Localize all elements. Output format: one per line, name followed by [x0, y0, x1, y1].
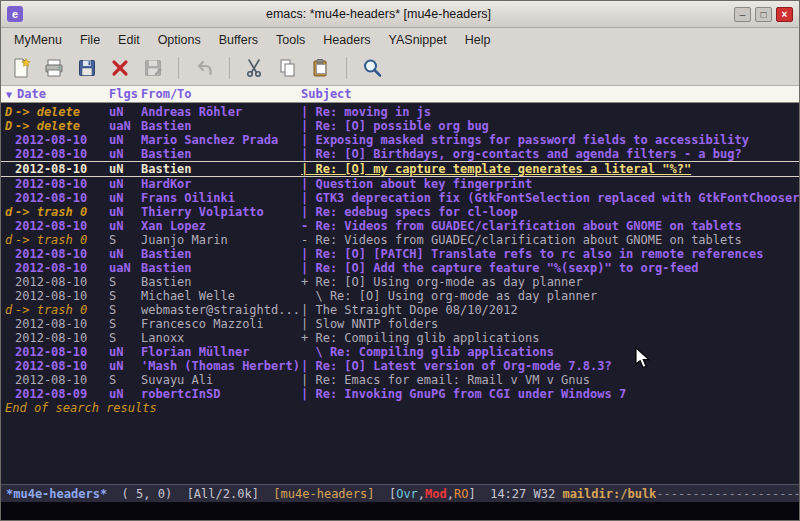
- email-row[interactable]: d -> trash 0 S webmaster@straightd... | …: [1, 303, 799, 317]
- email-date: 2012-08-10: [15, 147, 109, 161]
- email-row[interactable]: d -> trash 0 S Juanjo Marin - Re: Videos…: [1, 233, 799, 247]
- email-mark: [5, 359, 15, 373]
- email-mark: [5, 133, 15, 147]
- maximize-button[interactable]: [755, 7, 772, 22]
- email-row[interactable]: D -> delete uN Andreas Röhler | Re: movi…: [1, 105, 799, 119]
- new-file-icon[interactable]: [7, 55, 35, 82]
- email-flags: uaN: [109, 261, 141, 275]
- email-mark: [5, 247, 15, 261]
- menu-headers[interactable]: Headers: [314, 31, 379, 49]
- email-from: Bastien: [141, 275, 301, 289]
- email-row[interactable]: 2012-08-09 uN robertcInSD | Re: Invoking…: [1, 387, 799, 401]
- email-flags: uN: [109, 219, 141, 233]
- modeline-plain: ,: [418, 487, 425, 501]
- email-flags: uN: [109, 147, 141, 161]
- email-date: 2012-08-10: [15, 359, 109, 373]
- modeline-dash: ----------------------------------------…: [656, 487, 799, 501]
- email-flags: uN: [109, 162, 141, 176]
- email-row[interactable]: 2012-08-10 uN Frans Oilinki | GTK3 depre…: [1, 191, 799, 205]
- email-mark: D: [5, 105, 15, 119]
- email-date: -> trash 0: [15, 233, 109, 247]
- email-mark: [5, 317, 15, 331]
- email-subject: | Re: moving in js: [301, 105, 799, 119]
- sort-descending-icon: ▼: [6, 89, 12, 100]
- header-line: ▼Date Flgs From/To Subject: [1, 86, 799, 103]
- modeline-mod: Mod: [425, 487, 447, 501]
- email-row[interactable]: 2012-08-10 S Francesco Mazzoli | Slow NN…: [1, 317, 799, 331]
- email-row[interactable]: 2012-08-10 uN Bastien | Re: [O] [PATCH] …: [1, 247, 799, 261]
- close-button[interactable]: [776, 7, 793, 22]
- column-header-from[interactable]: From/To: [141, 87, 192, 101]
- menu-mymenu[interactable]: MyMenu: [5, 31, 71, 49]
- email-subject: - Re: Videos from GUADEC/clarification a…: [301, 233, 799, 247]
- email-date: 2012-08-10: [15, 133, 109, 147]
- email-subject: | Re: edebug specs for cl-loop: [301, 205, 799, 219]
- save-icon[interactable]: [73, 55, 101, 82]
- email-row[interactable]: 2012-08-10 uaN Bastien | Re: [O] Add the…: [1, 261, 799, 275]
- email-flags: S: [109, 275, 141, 289]
- search-icon[interactable]: [358, 55, 386, 82]
- close-icon[interactable]: [106, 55, 134, 82]
- column-header-subject[interactable]: Subject: [301, 87, 352, 101]
- toolbar-separator: [346, 57, 347, 79]
- email-row[interactable]: d -> trash 0 uN Thierry Volpiatto | Re: …: [1, 205, 799, 219]
- email-row[interactable]: 2012-08-10 uN HardKor | Question about k…: [1, 177, 799, 191]
- email-date: -> trash 0: [15, 303, 109, 317]
- window-controls: [734, 7, 793, 22]
- email-flags: uN: [109, 191, 141, 205]
- email-flags: uN: [109, 177, 141, 191]
- email-row[interactable]: 2012-08-10 S Suvayu Ali | Re: Emacs for …: [1, 373, 799, 387]
- modeline-buf: *mu4e-headers*: [6, 487, 107, 501]
- email-row[interactable]: 2012-08-10 uN Bastien | Re: [O] Birthday…: [1, 147, 799, 161]
- email-subject: | Re: Emacs for email: Rmail v VM v Gnus: [301, 373, 799, 387]
- email-subject: | GTK3 deprecation fix (GtkFontSelection…: [301, 191, 799, 205]
- email-date: 2012-08-10: [15, 373, 109, 387]
- menu-yasnippet[interactable]: YASnippet: [380, 31, 456, 49]
- email-date: -> delete: [15, 119, 109, 133]
- paste-icon[interactable]: [307, 55, 335, 82]
- email-from: Bastien: [141, 147, 301, 161]
- menu-help[interactable]: Help: [456, 31, 500, 49]
- minimize-button[interactable]: [734, 7, 751, 22]
- menu-bar: MyMenuFileEditOptionsBuffersToolsHeaders…: [1, 28, 799, 51]
- echo-area[interactable]: [1, 502, 799, 520]
- print-icon[interactable]: [40, 55, 68, 82]
- column-header-date[interactable]: ▼Date: [6, 87, 46, 101]
- end-of-search-results: End of search results: [1, 401, 799, 415]
- email-subject: | Re: [O] possible org bug: [301, 119, 799, 133]
- undo-icon: [190, 55, 218, 82]
- email-row[interactable]: 2012-08-10 S Bastien + Re: [O] Using org…: [1, 275, 799, 289]
- menu-file[interactable]: File: [71, 31, 109, 49]
- email-row[interactable]: D -> delete uaN Bastien | Re: [O] possib…: [1, 119, 799, 133]
- email-row[interactable]: 2012-08-10 uN 'Mash (Thomas Herbert) | R…: [1, 359, 799, 373]
- toolbar-separator: [178, 57, 179, 79]
- emacs-window: e emacs: *mu4e-headers* [mu4e-headers] M…: [0, 0, 800, 521]
- email-from: Michael Welle: [141, 289, 301, 303]
- email-row[interactable]: 2012-08-10 uN Xan Lopez - Re: Videos fro…: [1, 219, 799, 233]
- email-mark: [5, 261, 15, 275]
- mode-line: *mu4e-headers* ( 5, 0) [All/2.0k] [mu4e-…: [1, 484, 799, 502]
- email-row[interactable]: 2012-08-10 uN Mario Sanchez Prada | Expo…: [1, 133, 799, 147]
- email-date: 2012-08-10: [15, 177, 109, 191]
- copy-icon[interactable]: [274, 55, 302, 82]
- email-row[interactable]: 2012-08-10 S Lanoxx + Re: Compiling glib…: [1, 331, 799, 345]
- menu-edit[interactable]: Edit: [109, 31, 149, 49]
- column-header-flags[interactable]: Flgs: [109, 87, 138, 101]
- menu-options[interactable]: Options: [149, 31, 210, 49]
- email-from: Lanoxx: [141, 331, 301, 345]
- window-title: emacs: *mu4e-headers* [mu4e-headers]: [29, 7, 728, 21]
- email-row[interactable]: 2012-08-10 uN Bastien | Re: [O] my captu…: [1, 161, 799, 177]
- email-from: Francesco Mazzoli: [141, 317, 301, 331]
- email-subject: + Re: [O] Using org-mode as day planner: [301, 275, 799, 289]
- email-date: 2012-08-10: [15, 219, 109, 233]
- email-row[interactable]: 2012-08-10 uN Florian Müllner \ Re: Comp…: [1, 345, 799, 359]
- menu-buffers[interactable]: Buffers: [210, 31, 267, 49]
- cut-icon[interactable]: [241, 55, 269, 82]
- email-mark: [5, 387, 15, 401]
- email-row[interactable]: 2012-08-10 S Michael Welle \ Re: [O] Usi…: [1, 289, 799, 303]
- email-from: HardKor: [141, 177, 301, 191]
- modeline-plain: ( 5, 0): [107, 487, 186, 501]
- menu-tools[interactable]: Tools: [267, 31, 314, 49]
- email-from: robertcInSD: [141, 387, 301, 401]
- email-from: 'Mash (Thomas Herbert): [141, 359, 301, 373]
